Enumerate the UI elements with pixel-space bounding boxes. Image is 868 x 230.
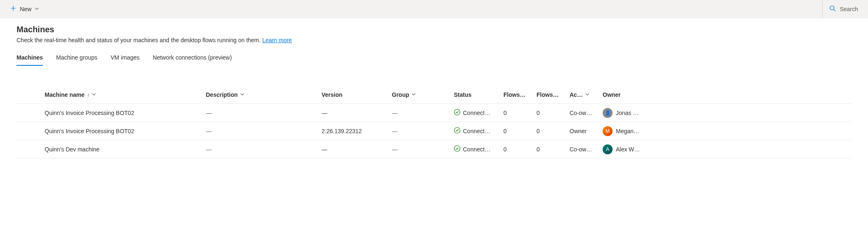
cell-status: Connect… bbox=[451, 127, 500, 135]
toolbar-divider bbox=[822, 0, 823, 18]
table-row[interactable]: Quinn's Invoice Processing BOT02 — 2.26.… bbox=[17, 122, 851, 140]
search-icon bbox=[829, 5, 836, 13]
sort-arrow-icon: ↓ bbox=[87, 92, 89, 98]
page-title: Machines bbox=[17, 25, 851, 34]
cell-flows-1: 0 bbox=[500, 110, 533, 116]
chevron-down-icon bbox=[412, 92, 416, 97]
check-circle-icon bbox=[454, 127, 460, 135]
column-group[interactable]: Group bbox=[389, 91, 451, 98]
table-row[interactable]: Quinn's Invoice Processing BOT02 — — — C… bbox=[17, 104, 851, 122]
column-status-label: Status bbox=[454, 91, 472, 98]
tab-machines[interactable]: Machines bbox=[17, 51, 43, 66]
tab-network-connections[interactable]: Network connections (preview) bbox=[153, 51, 231, 66]
check-circle-icon bbox=[454, 109, 460, 117]
column-description[interactable]: Description bbox=[203, 91, 318, 98]
cell-status: Connect… bbox=[451, 109, 500, 117]
chevron-down-icon bbox=[92, 92, 96, 97]
tab-vm-images[interactable]: VM images bbox=[110, 51, 139, 66]
tabs: Machines Machine groups VM images Networ… bbox=[17, 51, 851, 66]
cell-status: Connect… bbox=[451, 145, 500, 153]
page-content: Machines Check the real-time health and … bbox=[0, 18, 868, 158]
column-status[interactable]: Status bbox=[451, 91, 500, 98]
svg-point-1 bbox=[454, 109, 460, 115]
cell-flows-2: 0 bbox=[533, 110, 566, 116]
chevron-down-icon bbox=[240, 92, 244, 97]
cell-access: Co-ow… bbox=[566, 146, 599, 153]
cell-version: 2.26.139.22312 bbox=[318, 128, 389, 134]
table: Machine name ↓ Description Version Group… bbox=[17, 86, 851, 158]
cell-group: — bbox=[389, 128, 451, 134]
svg-point-2 bbox=[454, 127, 460, 133]
toolbar-left: New bbox=[7, 2, 42, 15]
column-flows-2[interactable]: Flows… bbox=[533, 91, 566, 98]
cell-flows-2: 0 bbox=[533, 128, 566, 134]
learn-more-link[interactable]: Learn more bbox=[262, 37, 292, 43]
cell-machine-name[interactable]: Quinn's Invoice Processing BOT02 bbox=[41, 128, 203, 134]
search-button[interactable]: Search bbox=[826, 2, 861, 15]
chevron-down-icon bbox=[35, 7, 39, 12]
subtitle-text: Check the real-time health and status of… bbox=[17, 37, 262, 43]
cell-version: — bbox=[318, 110, 389, 116]
cell-group: — bbox=[389, 146, 451, 153]
column-owner[interactable]: Owner bbox=[599, 91, 851, 98]
new-label: New bbox=[20, 6, 31, 12]
column-owner-label: Owner bbox=[603, 91, 621, 98]
table-row[interactable]: Quinn's Dev machine — — — Connect… 0 0 C… bbox=[17, 140, 851, 158]
column-access[interactable]: Ac… bbox=[566, 91, 599, 98]
column-group-label: Group bbox=[392, 91, 409, 98]
svg-point-3 bbox=[454, 146, 460, 151]
cell-owner: M Megan… bbox=[599, 126, 851, 136]
cell-flows-2: 0 bbox=[533, 146, 566, 153]
column-machine-name-label: Machine name bbox=[45, 91, 84, 98]
cell-description: — bbox=[203, 146, 318, 153]
tab-machine-groups[interactable]: Machine groups bbox=[56, 51, 98, 66]
cell-description: — bbox=[203, 128, 318, 134]
avatar: A bbox=[603, 144, 613, 154]
new-button[interactable]: New bbox=[7, 2, 42, 15]
plus-icon bbox=[10, 5, 17, 13]
column-version-label: Version bbox=[322, 91, 343, 98]
cell-machine-name[interactable]: Quinn's Dev machine bbox=[41, 146, 203, 153]
cell-machine-name[interactable]: Quinn's Invoice Processing BOT02 bbox=[41, 110, 203, 116]
avatar: M bbox=[603, 126, 613, 136]
chevron-down-icon bbox=[585, 92, 589, 97]
check-circle-icon bbox=[454, 145, 460, 153]
column-access-label: Ac… bbox=[570, 91, 583, 98]
avatar: 👤 bbox=[603, 108, 613, 118]
table-header-row: Machine name ↓ Description Version Group… bbox=[17, 86, 851, 104]
cell-flows-1: 0 bbox=[500, 128, 533, 134]
column-version[interactable]: Version bbox=[318, 91, 389, 98]
cell-access: Owner bbox=[566, 128, 599, 134]
cell-owner: 👤 Jonas … bbox=[599, 108, 851, 118]
column-flows2-label: Flows… bbox=[537, 91, 559, 98]
cell-flows-1: 0 bbox=[500, 146, 533, 153]
cell-description: — bbox=[203, 110, 318, 116]
cell-version: — bbox=[318, 146, 389, 153]
column-description-label: Description bbox=[206, 91, 238, 98]
column-flows1-label: Flows… bbox=[503, 91, 526, 98]
cell-owner: A Alex W… bbox=[599, 144, 851, 154]
cell-group: — bbox=[389, 110, 451, 116]
svg-point-0 bbox=[830, 6, 834, 10]
cell-access: Co-ow… bbox=[566, 110, 599, 116]
column-flows-1[interactable]: Flows… bbox=[500, 91, 533, 98]
page-subtitle: Check the real-time health and status of… bbox=[17, 37, 851, 43]
column-machine-name[interactable]: Machine name ↓ bbox=[41, 91, 203, 98]
toolbar: New Search bbox=[0, 0, 868, 18]
search-label: Search bbox=[840, 6, 858, 12]
